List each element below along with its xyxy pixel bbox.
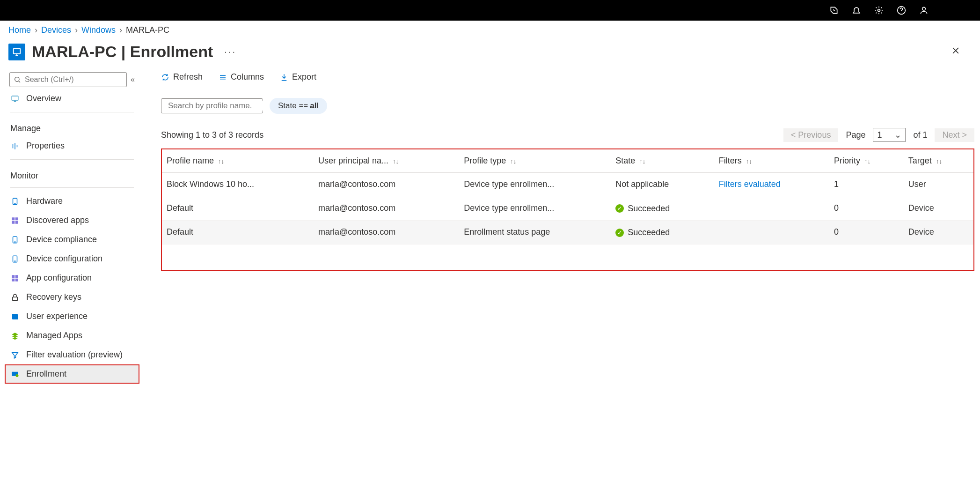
sort-icon: ↑↓ — [510, 158, 516, 165]
enrollment-table: Profile name ↑↓User principal na... ↑↓Pr… — [161, 148, 974, 271]
sidebar-item-label: Managed Apps — [26, 331, 82, 341]
svg-rect-10 — [12, 221, 15, 223]
svg-point-2 — [922, 7, 926, 10]
sidebar-item-device-compliance[interactable]: Device compliance — [5, 230, 139, 249]
previous-button[interactable]: < Previous — [783, 128, 839, 142]
chevron-right-icon: › — [35, 25, 37, 35]
properties-icon — [10, 141, 20, 151]
profile-search-input[interactable] — [168, 101, 267, 111]
column-header[interactable]: Filters ↑↓ — [714, 149, 829, 173]
svg-point-15 — [15, 260, 15, 261]
apps-icon — [10, 216, 20, 225]
divider — [10, 159, 134, 160]
sidebar-item-properties[interactable]: Properties — [5, 136, 139, 156]
sidebar-item-managed-apps[interactable]: Managed Apps — [5, 326, 139, 345]
sidebar-item-device-configuration[interactable]: Device configuration — [5, 249, 139, 268]
notifications-icon[interactable] — [852, 6, 861, 15]
sort-icon: ↑↓ — [864, 158, 870, 165]
breadcrumb: Home › Devices › Windows › MARLA-PC — [0, 21, 980, 35]
monitor-icon — [10, 94, 20, 104]
table-cell: 0 — [829, 220, 904, 245]
columns-button[interactable]: Columns — [219, 72, 264, 82]
filter-icon — [10, 350, 20, 360]
column-header[interactable]: User principal na... ↑↓ — [314, 149, 459, 173]
sidebar-search[interactable] — [9, 72, 127, 87]
page-select[interactable]: 1 ⌄ — [873, 128, 906, 142]
sidebar-search-input[interactable] — [25, 75, 123, 84]
table-cell: marla@contoso.com — [314, 220, 459, 245]
svg-point-0 — [878, 9, 880, 12]
svg-rect-16 — [12, 275, 15, 278]
collapse-sidebar-button[interactable]: « — [131, 75, 135, 84]
svg-point-4 — [15, 77, 19, 82]
state-pill-prefix: State == — [278, 101, 308, 111]
page-label: Page — [846, 130, 865, 140]
page-titlebar: MARLA-PC | Enrollment ··· — [0, 35, 980, 70]
column-header[interactable]: State ↑↓ — [611, 149, 714, 173]
sort-icon: ↑↓ — [393, 158, 399, 165]
enroll-icon — [10, 370, 20, 379]
table-cell: marla@contoso.com — [314, 196, 459, 221]
main-content: Refresh Columns Export State == all Show — [144, 70, 980, 384]
sidebar-item-discovered-apps[interactable]: Discovered apps — [5, 211, 139, 230]
page-current: 1 — [877, 130, 882, 140]
sidebar-item-app-configuration[interactable]: App configuration — [5, 268, 139, 288]
toolbar: Refresh Columns Export — [161, 72, 974, 87]
sort-icon: ↑↓ — [639, 158, 645, 165]
column-header[interactable]: Priority ↑↓ — [829, 149, 904, 173]
state-filter-pill[interactable]: State == all — [270, 98, 327, 114]
column-header[interactable]: Profile type ↑↓ — [459, 149, 611, 173]
more-actions-button[interactable]: ··· — [224, 46, 236, 57]
sidebar-item-label: Device configuration — [26, 254, 102, 264]
svg-rect-18 — [12, 278, 15, 281]
column-header[interactable]: Target ↑↓ — [904, 149, 973, 173]
device-icon — [10, 254, 20, 264]
table-cell: ✓Succeeded — [611, 220, 714, 245]
column-header[interactable]: Profile name ↑↓ — [162, 149, 314, 173]
profile-search[interactable] — [161, 98, 263, 113]
table-row[interactable]: Defaultmarla@contoso.comEnrollment statu… — [162, 220, 973, 245]
feedback-icon[interactable] — [919, 6, 929, 15]
export-button[interactable]: Export — [280, 72, 316, 82]
page-title: MARLA-PC | Enrollment — [32, 43, 213, 61]
svg-point-22 — [16, 374, 19, 377]
filters-link[interactable]: Filters evaluated — [719, 179, 781, 189]
svg-rect-11 — [15, 221, 18, 223]
sidebar-item-enrollment[interactable]: Enrollment — [5, 364, 139, 384]
pagination: < Previous Page 1 ⌄ of 1 Next > — [783, 128, 974, 142]
svg-point-13 — [15, 241, 15, 242]
table-row[interactable]: Defaultmarla@contoso.comDevice type enro… — [162, 196, 973, 221]
stack-icon — [10, 331, 20, 341]
success-icon: ✓ — [615, 204, 624, 213]
sidebar-item-user-experience[interactable]: User experience — [5, 307, 139, 326]
breadcrumb-windows[interactable]: Windows — [81, 25, 116, 35]
sidebar-item-hardware[interactable]: Hardware — [5, 192, 139, 211]
sidebar-item-overview[interactable]: Overview — [5, 89, 139, 108]
close-button[interactable] — [951, 46, 960, 58]
search-icon — [14, 76, 21, 83]
svg-rect-9 — [15, 217, 18, 220]
table-cell: Device — [904, 220, 973, 245]
gear-icon[interactable] — [874, 6, 884, 15]
sort-icon: ↑↓ — [746, 158, 752, 165]
sidebar-item-label: Device compliance — [26, 235, 97, 245]
sidebar-section: Monitor — [5, 163, 139, 184]
refresh-button[interactable]: Refresh — [161, 72, 203, 82]
export-icon — [280, 73, 288, 82]
help-icon[interactable] — [897, 6, 906, 15]
sidebar-item-label: App configuration — [26, 273, 92, 283]
breadcrumb-devices[interactable]: Devices — [41, 25, 71, 35]
table-cell — [714, 220, 829, 245]
next-button[interactable]: Next > — [935, 128, 974, 142]
sidebar-item-recovery-keys[interactable]: Recovery keys — [5, 288, 139, 307]
svg-rect-17 — [15, 275, 18, 278]
table-cell: 0 — [829, 196, 904, 221]
chevron-right-icon: › — [75, 25, 78, 35]
table-cell: Device type enrollmen... — [459, 173, 611, 196]
sidebar-item-filter-evaluation-preview-[interactable]: Filter evaluation (preview) — [5, 345, 139, 364]
table-row[interactable]: Block Windows 10 ho...marla@contoso.comD… — [162, 173, 973, 196]
migrate-icon[interactable] — [829, 6, 839, 15]
sidebar-section: Manage — [5, 116, 139, 136]
table-cell: Enrollment status page — [459, 220, 611, 245]
breadcrumb-home[interactable]: Home — [8, 25, 31, 35]
